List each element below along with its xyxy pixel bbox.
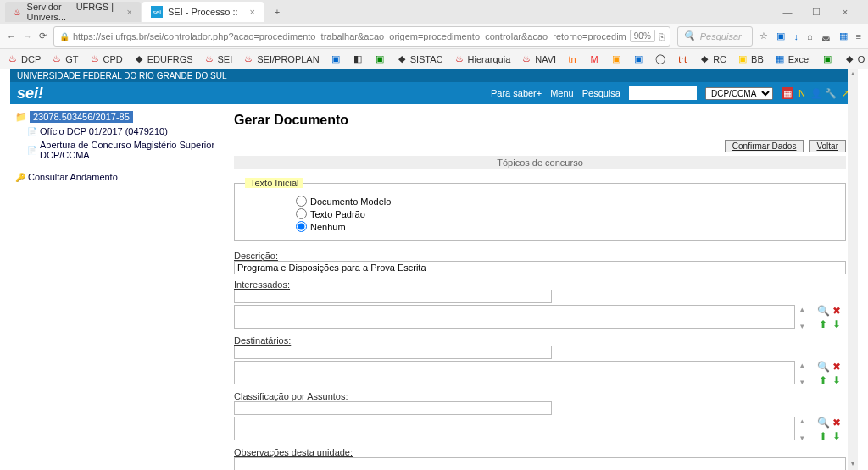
forward-button[interactable]: → [23, 29, 32, 44]
bm-sistac[interactable]: ◆SISTAC [396, 53, 443, 65]
bm-icon8[interactable]: trt [676, 53, 688, 65]
search-bar[interactable]: 🔍 Pesquisar [677, 26, 754, 47]
bm-icon3[interactable]: ▣ [374, 53, 386, 65]
maximize-button[interactable]: ☐ [805, 7, 827, 18]
grid-icon[interactable]: ▦ [839, 30, 848, 41]
menu-icon[interactable]: ≡ [856, 31, 861, 41]
tab-inactive[interactable]: ♨ Servidor — UFRGS | Univers... × [5, 2, 141, 22]
bm-navi[interactable]: ♨NAVI [520, 53, 556, 65]
bm-icon5[interactable]: ▣ [610, 53, 622, 65]
close-icon[interactable]: × [127, 7, 132, 17]
bm-excelbest[interactable]: ◆O Melhor do Excel: Fu... [843, 53, 868, 65]
search-placeholder: Pesquisar [700, 31, 742, 41]
window-controls: — ☐ × [776, 7, 863, 18]
url-text: https://sei.ufrgs.br/sei/controlador.php… [73, 31, 626, 41]
bm-dcp[interactable]: ♨DCP [7, 53, 41, 65]
bm-icon4[interactable]: tn [566, 53, 578, 65]
close-icon[interactable]: × [250, 7, 255, 17]
bm-seiproplan[interactable]: ♨SEI/PROPLAN [242, 53, 319, 65]
bm-icon2[interactable]: ◧ [352, 53, 364, 65]
download-icon[interactable]: ↓ [793, 31, 798, 41]
tab-bar: ♨ Servidor — UFRGS | Univers... × sei SE… [0, 0, 868, 24]
pocket-icon[interactable]: ◛ [821, 30, 831, 41]
browser-chrome: ♨ Servidor — UFRGS | Univers... × sei SE… [0, 0, 868, 69]
back-button[interactable]: ← [7, 29, 16, 44]
bookmarks-bar: ♨DCP ♨GT ♨CPD ◆EDUFRGS ♨SEI ♨SEI/PROPLAN… [0, 49, 868, 69]
bookmark-star-icon[interactable]: ☆ [760, 30, 768, 41]
bm-excel[interactable]: ▦Excel [774, 53, 811, 65]
zoom-level[interactable]: 90% [630, 30, 655, 42]
tab-active[interactable]: sei SEI - Processo :: × [142, 2, 264, 22]
minimize-button[interactable]: — [776, 7, 798, 18]
bm-gmail[interactable]: M [588, 53, 600, 65]
bm-hierarquia[interactable]: ♨Hierarquia [453, 53, 511, 65]
url-bar[interactable]: https://sei.ufrgs.br/sei/controlador.php… [53, 26, 670, 47]
search-icon: 🔍 [683, 30, 695, 41]
bm-rc[interactable]: ◆RC [698, 53, 726, 65]
bm-sei[interactable]: ♨SEI [203, 53, 233, 65]
bm-icon6[interactable]: ▣ [632, 53, 644, 65]
bm-icon1[interactable]: ▣ [330, 53, 342, 65]
tab-title: Servidor — UFRGS | Univers... [27, 2, 115, 22]
new-tab-button[interactable]: + [269, 7, 286, 17]
save-icon[interactable]: ▣ [776, 30, 785, 41]
bm-icon7[interactable]: ◯ [654, 53, 666, 65]
bm-icon9[interactable]: ▣ [821, 53, 833, 65]
nav-bar: ← → ⟳ https://sei.ufrgs.br/sei/controlad… [0, 24, 868, 49]
bm-cpd[interactable]: ♨CPD [89, 53, 123, 65]
bm-edufrgs[interactable]: ◆EDUFRGS [133, 53, 193, 65]
close-window-button[interactable]: × [834, 7, 856, 18]
lock-icon [59, 31, 70, 41]
reader-icon[interactable]: ⎘ [659, 31, 665, 41]
tab-title: SEI - Processo :: [168, 7, 238, 17]
home-icon[interactable]: ⌂ [807, 31, 813, 41]
bm-gt[interactable]: ♨GT [51, 53, 78, 65]
tab-favicon-sei: sei [151, 6, 163, 18]
toolbar-right: ☆ ▣ ↓ ⌂ ◛ ▦ ≡ [760, 30, 861, 41]
reload-button[interactable]: ⟳ [39, 29, 47, 44]
tab-favicon-ufrgs: ♨ [14, 6, 22, 18]
bm-bb[interactable]: ▣BB [737, 53, 764, 65]
